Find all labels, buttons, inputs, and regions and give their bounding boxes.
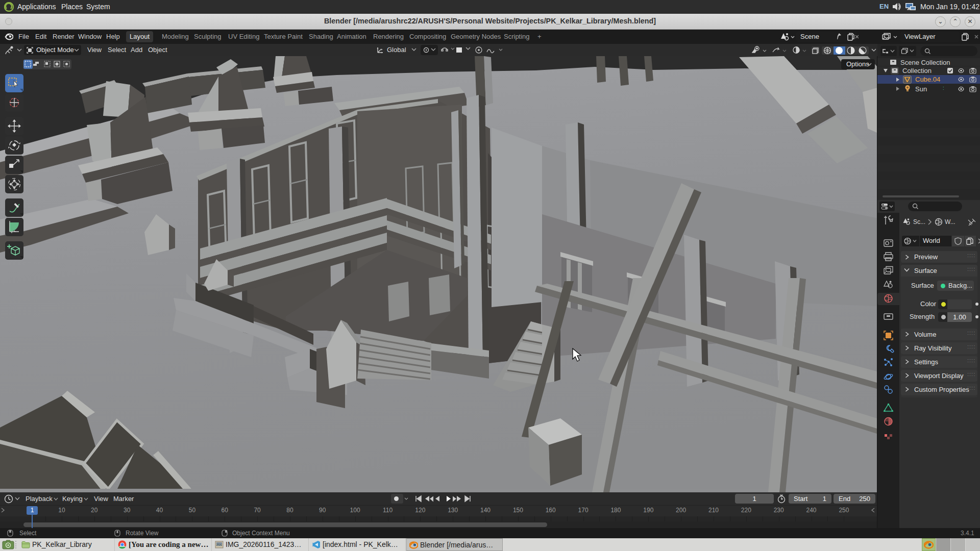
svg-text:W...: W... <box>945 218 955 226</box>
svg-text:Sc...: Sc... <box>913 218 925 226</box>
